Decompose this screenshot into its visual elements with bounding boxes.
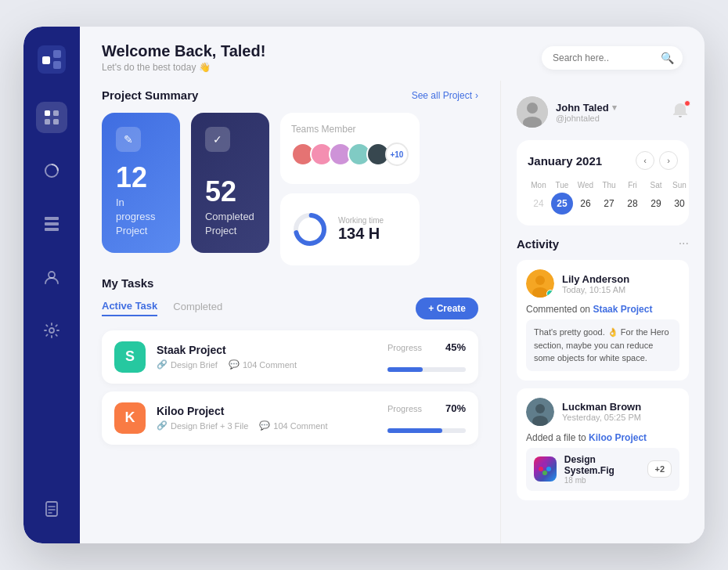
project-row: ✎ 12 In progressProject ✓ 52 CompletedPr… [102, 113, 478, 265]
svg-point-32 [542, 471, 547, 475]
notification-icon[interactable] [672, 102, 689, 122]
act-time-lily: Today, 10:15 AM [562, 285, 629, 294]
calendar-prev[interactable]: ‹ [636, 151, 654, 170]
svg-rect-1 [42, 56, 50, 64]
task-meta-comment-label: 104 Comment [243, 360, 297, 370]
user-name-area: John Taled ▾ @johntaled [556, 102, 617, 123]
task-card-staak: S Staak Project 🔗 Design Brief 💬 [102, 330, 478, 384]
act-file-icon [534, 456, 557, 482]
activity-more-button[interactable]: ··· [679, 236, 689, 251]
sidebar [23, 27, 80, 543]
working-ring-chart [291, 211, 329, 248]
act-avatar-lily [526, 269, 554, 298]
progress-bar-fill-staak [387, 367, 423, 372]
create-button[interactable]: + Create [416, 298, 478, 319]
act-file-size: 18 mb [564, 476, 640, 485]
svg-point-24 [535, 276, 545, 285]
see-all-projects[interactable]: See all Project › [412, 90, 478, 101]
task-name-kiloo: Kiloo Project [157, 405, 377, 417]
act-link-staak[interactable]: Staak Project [593, 304, 652, 315]
teams-label: Teams Member [291, 124, 409, 135]
act-user-info-luckman: Luckman Brown Yesterday, 05:25 PM [562, 401, 641, 422]
calendar-header: January 2021 ‹ › [528, 151, 678, 170]
calendar-month: January 2021 [528, 154, 602, 168]
cal-day-28[interactable]: 28 [622, 193, 643, 215]
search-input[interactable] [553, 52, 654, 63]
tasks-section: My Tasks Active Task Completed + Create … [102, 276, 478, 445]
act-link-kiloo[interactable]: Kiloo Project [589, 432, 647, 443]
sidebar-item-docs[interactable] [36, 493, 67, 525]
task-logo-kiloo: K [114, 402, 146, 434]
card-completed[interactable]: ✓ 52 CompletedProject [191, 113, 269, 253]
sidebar-item-table[interactable] [36, 208, 67, 240]
task-meta-brief-kiloo: 🔗 Design Brief + 3 File [157, 420, 248, 431]
svg-point-27 [535, 404, 545, 413]
sidebar-item-settings[interactable] [36, 315, 67, 346]
working-time-card: Working time 134 H [280, 193, 420, 265]
sidebar-item-dashboard[interactable] [36, 102, 67, 133]
task-progress-kiloo: Progress 70% [387, 402, 466, 433]
svg-rect-7 [53, 119, 59, 124]
cal-day-30[interactable]: 30 [669, 193, 690, 215]
svg-rect-5 [53, 110, 59, 116]
svg-point-30 [542, 463, 547, 467]
task-meta-brief-label: Design Brief [171, 360, 218, 370]
svg-rect-10 [45, 222, 59, 225]
page-title: Welcome Back, Taled! [102, 42, 529, 60]
svg-rect-0 [38, 45, 66, 74]
in-progress-number: 12 [116, 161, 166, 194]
project-cards: ✎ 12 In progressProject ✓ 52 CompletedPr… [102, 113, 269, 253]
teams-card: Teams Member +10 [280, 113, 420, 184]
user-info: John Taled ▾ @johntaled [517, 96, 617, 128]
task-meta-comment-kiloo: 💬 104 Comment [259, 420, 327, 431]
cal-day-header-tue: Tue [551, 179, 573, 191]
svg-rect-14 [46, 502, 57, 516]
svg-point-29 [539, 467, 543, 471]
left-panel: Project Summary See all Project › ✎ 12 I… [80, 81, 501, 543]
cal-day-29[interactable]: 29 [645, 193, 667, 215]
cal-day-25-today[interactable]: 25 [551, 193, 573, 215]
act-name-luckman: Luckman Brown [562, 401, 641, 413]
sidebar-item-users[interactable] [36, 262, 67, 293]
proj-side-cards: Teams Member +10 [280, 113, 420, 265]
activity-section: Activity ··· [517, 236, 689, 508]
search-icon: 🔍 [661, 52, 674, 64]
act-file-name: Design System.Fig [564, 454, 640, 476]
act-name-lily: Lily Anderson [562, 273, 629, 285]
cal-day-27[interactable]: 27 [598, 193, 620, 215]
cal-day-24[interactable]: 24 [528, 193, 550, 215]
user-display-name: John Taled ▾ [556, 102, 617, 114]
progress-bar-bg-kiloo [387, 428, 466, 433]
activity-header: Activity ··· [517, 236, 689, 251]
task-progress-staak: Progress 45% [387, 341, 466, 372]
act-online-indicator [546, 290, 554, 298]
avatar-extra-count: +10 [385, 142, 409, 166]
task-meta-brief-kiloo-label: Design Brief + 3 File [171, 421, 248, 431]
calendar-next[interactable]: › [659, 151, 678, 170]
cal-day-26[interactable]: 26 [575, 193, 596, 215]
act-text-lily: Commented on Staak Project [526, 304, 679, 315]
svg-point-13 [49, 328, 54, 333]
project-summary-header: Project Summary See all Project › [102, 88, 478, 102]
task-name-staak: Staak Project [157, 344, 377, 356]
tab-active-task[interactable]: Active Task [102, 300, 157, 316]
sidebar-item-analytics[interactable] [36, 155, 67, 186]
cal-day-header-mon: Mon [528, 179, 550, 191]
tab-completed[interactable]: Completed [173, 301, 222, 316]
cal-day-header-thu: Thu [598, 179, 620, 191]
svg-rect-4 [45, 110, 50, 116]
svg-point-21 [527, 103, 538, 114]
svg-rect-3 [53, 61, 61, 69]
completed-number: 52 [205, 175, 255, 208]
working-label: Working time [338, 216, 384, 225]
project-summary-title: Project Summary [102, 88, 198, 102]
act-file-info: Design System.Fig 18 mb [564, 454, 640, 485]
progress-pct-kiloo: 70% [445, 402, 466, 414]
task-meta-comment: 💬 104 Comment [229, 359, 297, 370]
task-meta-kiloo: 🔗 Design Brief + 3 File 💬 104 Comment [157, 420, 377, 431]
my-tasks-title: My Tasks [102, 276, 478, 290]
search-bar[interactable]: 🔍 [542, 46, 683, 70]
svg-rect-6 [45, 119, 50, 124]
task-info-staak: Staak Project 🔗 Design Brief 💬 104 Comme… [157, 344, 377, 370]
card-in-progress[interactable]: ✎ 12 In progressProject [102, 113, 180, 253]
